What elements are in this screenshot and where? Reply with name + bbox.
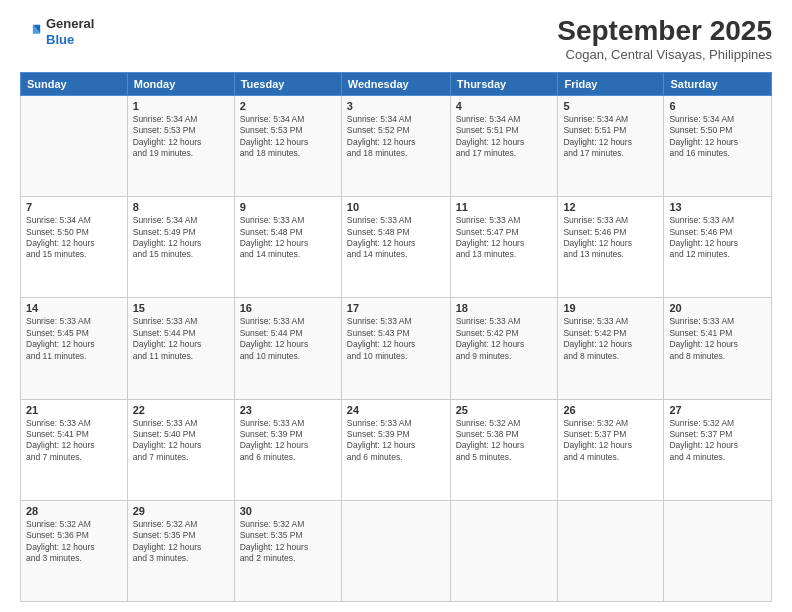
day-info: Sunrise: 5:33 AM Sunset: 5:39 PM Dayligh… bbox=[240, 418, 336, 464]
calendar-cell: 3Sunrise: 5:34 AM Sunset: 5:52 PM Daylig… bbox=[341, 95, 450, 196]
day-number: 20 bbox=[669, 302, 766, 314]
day-info: Sunrise: 5:33 AM Sunset: 5:46 PM Dayligh… bbox=[669, 215, 766, 261]
calendar-week-4: 21Sunrise: 5:33 AM Sunset: 5:41 PM Dayli… bbox=[21, 399, 772, 500]
day-number: 5 bbox=[563, 100, 658, 112]
calendar-cell: 14Sunrise: 5:33 AM Sunset: 5:45 PM Dayli… bbox=[21, 298, 128, 399]
day-number: 17 bbox=[347, 302, 445, 314]
day-info: Sunrise: 5:34 AM Sunset: 5:51 PM Dayligh… bbox=[456, 114, 553, 160]
day-number: 11 bbox=[456, 201, 553, 213]
day-info: Sunrise: 5:33 AM Sunset: 5:47 PM Dayligh… bbox=[456, 215, 553, 261]
day-number: 23 bbox=[240, 404, 336, 416]
day-number: 12 bbox=[563, 201, 658, 213]
day-number: 3 bbox=[347, 100, 445, 112]
title-block: September 2025 Cogan, Central Visayas, P… bbox=[557, 16, 772, 62]
col-friday: Friday bbox=[558, 72, 664, 95]
day-info: Sunrise: 5:34 AM Sunset: 5:53 PM Dayligh… bbox=[133, 114, 229, 160]
calendar-cell: 26Sunrise: 5:32 AM Sunset: 5:37 PM Dayli… bbox=[558, 399, 664, 500]
header: General Blue September 2025 Cogan, Centr… bbox=[20, 16, 772, 62]
day-info: Sunrise: 5:33 AM Sunset: 5:41 PM Dayligh… bbox=[26, 418, 122, 464]
day-info: Sunrise: 5:33 AM Sunset: 5:46 PM Dayligh… bbox=[563, 215, 658, 261]
calendar-cell: 28Sunrise: 5:32 AM Sunset: 5:36 PM Dayli… bbox=[21, 500, 128, 601]
day-number: 13 bbox=[669, 201, 766, 213]
calendar-week-1: 1Sunrise: 5:34 AM Sunset: 5:53 PM Daylig… bbox=[21, 95, 772, 196]
day-info: Sunrise: 5:32 AM Sunset: 5:38 PM Dayligh… bbox=[456, 418, 553, 464]
calendar-cell: 4Sunrise: 5:34 AM Sunset: 5:51 PM Daylig… bbox=[450, 95, 558, 196]
col-wednesday: Wednesday bbox=[341, 72, 450, 95]
logo: General Blue bbox=[20, 16, 94, 47]
calendar-header-row: Sunday Monday Tuesday Wednesday Thursday… bbox=[21, 72, 772, 95]
day-number: 28 bbox=[26, 505, 122, 517]
day-number: 15 bbox=[133, 302, 229, 314]
calendar-cell: 2Sunrise: 5:34 AM Sunset: 5:53 PM Daylig… bbox=[234, 95, 341, 196]
day-number: 1 bbox=[133, 100, 229, 112]
logo-icon bbox=[20, 21, 42, 43]
calendar-cell: 22Sunrise: 5:33 AM Sunset: 5:40 PM Dayli… bbox=[127, 399, 234, 500]
day-number: 9 bbox=[240, 201, 336, 213]
day-number: 18 bbox=[456, 302, 553, 314]
calendar-cell: 29Sunrise: 5:32 AM Sunset: 5:35 PM Dayli… bbox=[127, 500, 234, 601]
day-info: Sunrise: 5:33 AM Sunset: 5:44 PM Dayligh… bbox=[133, 316, 229, 362]
calendar-cell: 9Sunrise: 5:33 AM Sunset: 5:48 PM Daylig… bbox=[234, 197, 341, 298]
calendar-cell: 20Sunrise: 5:33 AM Sunset: 5:41 PM Dayli… bbox=[664, 298, 772, 399]
calendar-cell: 7Sunrise: 5:34 AM Sunset: 5:50 PM Daylig… bbox=[21, 197, 128, 298]
day-info: Sunrise: 5:33 AM Sunset: 5:45 PM Dayligh… bbox=[26, 316, 122, 362]
day-number: 14 bbox=[26, 302, 122, 314]
calendar-cell: 6Sunrise: 5:34 AM Sunset: 5:50 PM Daylig… bbox=[664, 95, 772, 196]
day-number: 6 bbox=[669, 100, 766, 112]
day-number: 19 bbox=[563, 302, 658, 314]
day-number: 25 bbox=[456, 404, 553, 416]
day-number: 24 bbox=[347, 404, 445, 416]
day-info: Sunrise: 5:33 AM Sunset: 5:42 PM Dayligh… bbox=[456, 316, 553, 362]
day-info: Sunrise: 5:34 AM Sunset: 5:53 PM Dayligh… bbox=[240, 114, 336, 160]
day-number: 21 bbox=[26, 404, 122, 416]
calendar-table: Sunday Monday Tuesday Wednesday Thursday… bbox=[20, 72, 772, 602]
day-info: Sunrise: 5:34 AM Sunset: 5:51 PM Dayligh… bbox=[563, 114, 658, 160]
day-info: Sunrise: 5:33 AM Sunset: 5:44 PM Dayligh… bbox=[240, 316, 336, 362]
calendar-cell: 15Sunrise: 5:33 AM Sunset: 5:44 PM Dayli… bbox=[127, 298, 234, 399]
day-number: 30 bbox=[240, 505, 336, 517]
logo-text: General Blue bbox=[46, 16, 94, 47]
day-number: 22 bbox=[133, 404, 229, 416]
day-number: 8 bbox=[133, 201, 229, 213]
calendar-week-5: 28Sunrise: 5:32 AM Sunset: 5:36 PM Dayli… bbox=[21, 500, 772, 601]
day-info: Sunrise: 5:33 AM Sunset: 5:41 PM Dayligh… bbox=[669, 316, 766, 362]
location-subtitle: Cogan, Central Visayas, Philippines bbox=[557, 47, 772, 62]
day-info: Sunrise: 5:33 AM Sunset: 5:40 PM Dayligh… bbox=[133, 418, 229, 464]
day-info: Sunrise: 5:32 AM Sunset: 5:36 PM Dayligh… bbox=[26, 519, 122, 565]
calendar-cell: 23Sunrise: 5:33 AM Sunset: 5:39 PM Dayli… bbox=[234, 399, 341, 500]
calendar-cell: 19Sunrise: 5:33 AM Sunset: 5:42 PM Dayli… bbox=[558, 298, 664, 399]
day-info: Sunrise: 5:33 AM Sunset: 5:42 PM Dayligh… bbox=[563, 316, 658, 362]
logo-blue: Blue bbox=[46, 32, 94, 48]
calendar-cell: 17Sunrise: 5:33 AM Sunset: 5:43 PM Dayli… bbox=[341, 298, 450, 399]
calendar-cell: 11Sunrise: 5:33 AM Sunset: 5:47 PM Dayli… bbox=[450, 197, 558, 298]
calendar-cell: 16Sunrise: 5:33 AM Sunset: 5:44 PM Dayli… bbox=[234, 298, 341, 399]
day-info: Sunrise: 5:34 AM Sunset: 5:49 PM Dayligh… bbox=[133, 215, 229, 261]
day-info: Sunrise: 5:33 AM Sunset: 5:48 PM Dayligh… bbox=[240, 215, 336, 261]
calendar-cell bbox=[341, 500, 450, 601]
calendar-cell: 13Sunrise: 5:33 AM Sunset: 5:46 PM Dayli… bbox=[664, 197, 772, 298]
calendar-cell: 30Sunrise: 5:32 AM Sunset: 5:35 PM Dayli… bbox=[234, 500, 341, 601]
calendar-cell: 25Sunrise: 5:32 AM Sunset: 5:38 PM Dayli… bbox=[450, 399, 558, 500]
day-info: Sunrise: 5:32 AM Sunset: 5:37 PM Dayligh… bbox=[669, 418, 766, 464]
calendar-page: General Blue September 2025 Cogan, Centr… bbox=[0, 0, 792, 612]
calendar-cell: 24Sunrise: 5:33 AM Sunset: 5:39 PM Dayli… bbox=[341, 399, 450, 500]
day-number: 27 bbox=[669, 404, 766, 416]
calendar-week-2: 7Sunrise: 5:34 AM Sunset: 5:50 PM Daylig… bbox=[21, 197, 772, 298]
calendar-cell: 21Sunrise: 5:33 AM Sunset: 5:41 PM Dayli… bbox=[21, 399, 128, 500]
day-number: 16 bbox=[240, 302, 336, 314]
calendar-cell: 27Sunrise: 5:32 AM Sunset: 5:37 PM Dayli… bbox=[664, 399, 772, 500]
calendar-week-3: 14Sunrise: 5:33 AM Sunset: 5:45 PM Dayli… bbox=[21, 298, 772, 399]
day-number: 26 bbox=[563, 404, 658, 416]
day-info: Sunrise: 5:33 AM Sunset: 5:39 PM Dayligh… bbox=[347, 418, 445, 464]
day-number: 4 bbox=[456, 100, 553, 112]
day-info: Sunrise: 5:34 AM Sunset: 5:50 PM Dayligh… bbox=[669, 114, 766, 160]
col-sunday: Sunday bbox=[21, 72, 128, 95]
month-title: September 2025 bbox=[557, 16, 772, 47]
day-number: 29 bbox=[133, 505, 229, 517]
day-info: Sunrise: 5:33 AM Sunset: 5:48 PM Dayligh… bbox=[347, 215, 445, 261]
calendar-cell: 1Sunrise: 5:34 AM Sunset: 5:53 PM Daylig… bbox=[127, 95, 234, 196]
day-info: Sunrise: 5:34 AM Sunset: 5:50 PM Dayligh… bbox=[26, 215, 122, 261]
calendar-cell bbox=[558, 500, 664, 601]
col-tuesday: Tuesday bbox=[234, 72, 341, 95]
calendar-cell: 10Sunrise: 5:33 AM Sunset: 5:48 PM Dayli… bbox=[341, 197, 450, 298]
